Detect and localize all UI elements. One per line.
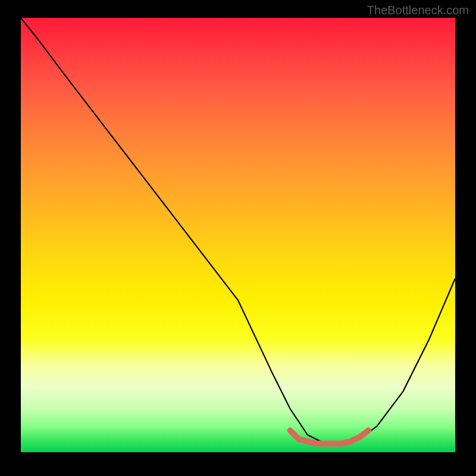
attribution-text: TheBottleneck.com [367, 4, 469, 17]
chart-plot-area [21, 18, 455, 452]
chart-svg [21, 18, 455, 452]
bottleneck-curve-line [21, 18, 455, 443]
optimal-zone-marker-line [290, 431, 368, 444]
